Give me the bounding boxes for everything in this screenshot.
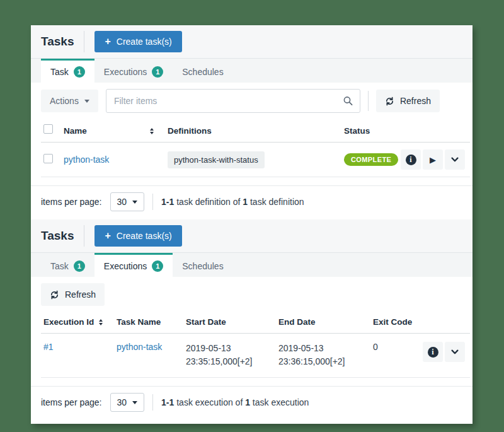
- page-title: Tasks: [41, 35, 74, 49]
- refresh-button[interactable]: Refresh: [41, 283, 105, 306]
- panel1-content: Actions: [31, 83, 472, 177]
- tab-task-count-badge: 1: [74, 66, 85, 78]
- page-title: Tasks: [41, 229, 74, 243]
- pagination-divider: [152, 394, 153, 411]
- task-definitions-panel: Tasks + Create task(s) Task 1 Executions…: [31, 25, 472, 219]
- tab-task[interactable]: Task 1: [41, 59, 94, 83]
- search-icon: [343, 96, 353, 107]
- column-header-execution-id: Execution Id: [43, 317, 94, 327]
- column-header-end-date: End Date: [278, 312, 373, 334]
- panel2-toolbar: Refresh: [41, 277, 470, 312]
- caret-down-icon: [132, 201, 137, 204]
- tab-executions-label: Executions: [104, 67, 147, 77]
- plus-icon: +: [105, 37, 110, 47]
- task-executions-table: Execution Id Task Name Start Date End Da…: [41, 312, 470, 378]
- tab-schedules[interactable]: Schedules: [173, 253, 232, 277]
- summary-unit: task definition: [250, 197, 304, 207]
- panel2-content: Refresh Execution Id Task Name Sta: [31, 277, 472, 378]
- row-checkbox[interactable]: [43, 154, 53, 163]
- details-button[interactable]: i: [401, 149, 421, 170]
- plus-icon: +: [105, 231, 110, 241]
- tab-executions[interactable]: Executions 1: [94, 59, 173, 83]
- play-icon: ▶: [430, 156, 436, 164]
- pagination-summary: 1-1 task execution of 1 task execution: [161, 397, 309, 407]
- create-tasks-button-label: Create task(s): [117, 231, 172, 241]
- pagination-summary: 1-1 task definition of 1 task definition: [161, 197, 304, 207]
- range-value: 1-1: [161, 197, 174, 207]
- task-definitions-table: Name Definitions Status python-task pyth…: [41, 119, 470, 177]
- launch-task-button[interactable]: ▶: [423, 149, 443, 170]
- details-button[interactable]: i: [423, 342, 443, 362]
- panel1-tab-bar: Task 1 Executions 1 Schedules: [31, 59, 472, 83]
- refresh-button-label: Refresh: [65, 289, 96, 300]
- select-all-checkbox[interactable]: [43, 124, 53, 134]
- info-icon: i: [406, 155, 416, 165]
- task-execution-row: #1 python-task 2019-05-13 23:35:15,000[+…: [41, 334, 470, 378]
- tasks-dashboard-window: Tasks + Create task(s) Task 1 Executions…: [31, 25, 472, 424]
- column-header-exit-code: Exit Code: [373, 312, 427, 334]
- start-date-value: 2019-05-13 23:35:15,000[+2]: [186, 334, 278, 378]
- tab-task-count-badge: 1: [74, 260, 85, 272]
- sort-icon[interactable]: [150, 128, 154, 134]
- chevron-down-icon: [450, 155, 459, 164]
- tab-executions-count-badge: 1: [152, 66, 163, 78]
- tab-task[interactable]: Task 1: [41, 253, 94, 277]
- status-badge: COMPLETE: [344, 153, 398, 166]
- task-executions-panel: Tasks + Create task(s) Task 1 Executions…: [31, 219, 472, 424]
- panel2-header: Tasks + Create task(s): [31, 219, 472, 253]
- total-value: 1: [243, 197, 248, 207]
- page-size-select[interactable]: 30: [110, 393, 145, 412]
- caret-down-icon: [84, 100, 89, 103]
- refresh-button-label: Refresh: [400, 96, 431, 106]
- refresh-icon: [50, 290, 59, 300]
- column-header-name: Name: [64, 126, 87, 136]
- tab-schedules[interactable]: Schedules: [173, 59, 232, 83]
- tab-schedules-label: Schedules: [182, 261, 223, 271]
- refresh-button[interactable]: Refresh: [376, 90, 440, 112]
- header-divider: [84, 31, 84, 52]
- page-size-select[interactable]: 30: [110, 192, 145, 211]
- items-per-page-label: items per page:: [41, 397, 102, 407]
- row-actions: i: [427, 342, 465, 362]
- create-tasks-button-label: Create task(s): [117, 37, 172, 47]
- create-tasks-button[interactable]: + Create task(s): [94, 225, 181, 247]
- table-header-row: Execution Id Task Name Start Date End Da…: [41, 312, 470, 334]
- execution-id-link[interactable]: #1: [43, 342, 54, 352]
- tab-executions[interactable]: Executions 1: [94, 253, 173, 277]
- tab-executions-label: Executions: [104, 261, 147, 271]
- column-header-start-date: Start Date: [186, 312, 278, 334]
- row-actions: i ▶: [404, 149, 465, 170]
- sort-icon[interactable]: [99, 319, 103, 325]
- refresh-icon: [385, 96, 394, 106]
- panel1-toolbar: Actions: [41, 83, 470, 119]
- tab-executions-count-badge: 1: [152, 260, 163, 272]
- expand-row-button[interactable]: [445, 149, 465, 170]
- total-value: 1: [245, 397, 250, 407]
- actions-dropdown-label: Actions: [50, 96, 79, 106]
- panel1-header: Tasks + Create task(s): [31, 25, 472, 59]
- task-name-link[interactable]: python-task: [64, 155, 109, 165]
- actions-dropdown-button[interactable]: Actions: [41, 90, 98, 112]
- expand-row-button[interactable]: [445, 342, 465, 362]
- create-tasks-button[interactable]: + Create task(s): [94, 31, 181, 52]
- panel-bottom-padding: [31, 420, 472, 424]
- toolbar-divider: [368, 91, 369, 111]
- column-header-task-name: Task Name: [117, 312, 186, 334]
- panel2-tab-bar: Task 1 Executions 1 Schedules: [31, 253, 472, 277]
- tab-task-label: Task: [50, 261, 69, 271]
- column-header-status: Status: [344, 119, 404, 143]
- items-per-page-label: items per page:: [41, 197, 102, 207]
- filter-input[interactable]: [106, 89, 360, 113]
- task-definition-row: python-task python-task-with-status COMP…: [41, 143, 470, 177]
- panel2-pagination: items per page: 30 1-1 task execution of…: [31, 386, 472, 420]
- table-header-row: Name Definitions Status: [41, 119, 470, 143]
- task-name-link[interactable]: python-task: [117, 342, 162, 352]
- summary-text: task definition of: [176, 197, 240, 207]
- panel1-pagination: items per page: 30 1-1 task definition o…: [31, 185, 472, 219]
- task-definition-pill: python-task-with-status: [168, 151, 265, 168]
- header-divider: [84, 225, 84, 247]
- tab-task-label: Task: [50, 67, 69, 77]
- end-date-value: 2019-05-13 23:36:15,000[+2]: [278, 334, 373, 378]
- caret-down-icon: [132, 401, 137, 404]
- filter-field-wrap: [106, 89, 360, 113]
